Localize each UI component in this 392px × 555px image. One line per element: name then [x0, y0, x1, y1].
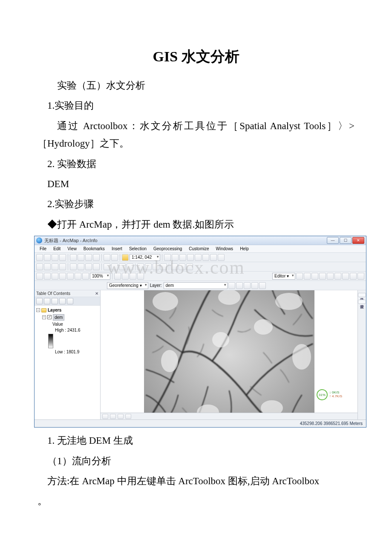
- go-to-xy-icon[interactable]: [160, 263, 167, 270]
- list-by-source-icon[interactable]: [44, 298, 50, 304]
- georef-view-links-icon[interactable]: [259, 282, 266, 289]
- list-by-visibility-icon[interactable]: [52, 298, 58, 304]
- save-icon[interactable]: [52, 254, 58, 261]
- zoom-whole-page-icon[interactable]: [59, 273, 66, 280]
- pan-icon[interactable]: [52, 263, 58, 270]
- select-features-icon[interactable]: [104, 263, 110, 270]
- georef-layer-combo[interactable]: dem: [164, 282, 228, 289]
- dock-catalog[interactable]: 目录: [358, 293, 366, 297]
- paste-icon[interactable]: [85, 254, 92, 261]
- prev-extent-icon[interactable]: [85, 263, 92, 270]
- clear-selection-icon[interactable]: [111, 263, 118, 270]
- measure-icon[interactable]: [137, 263, 144, 270]
- toc-options-icon[interactable]: [67, 298, 73, 304]
- georef-scale-icon[interactable]: [244, 282, 251, 289]
- menu-bookmarks[interactable]: Bookmarks: [81, 246, 107, 251]
- list-by-draw-order-icon[interactable]: [36, 298, 43, 304]
- cut-polygons-icon[interactable]: [319, 273, 326, 280]
- menu-selection[interactable]: Selection: [127, 246, 149, 251]
- identify-icon[interactable]: [127, 263, 133, 270]
- modelbuilder-icon[interactable]: [210, 254, 217, 261]
- layout-zoom-in-icon[interactable]: [36, 273, 43, 280]
- python-icon[interactable]: [202, 254, 209, 261]
- reshape-icon[interactable]: [311, 273, 318, 280]
- pause-drawing-icon[interactable]: [125, 414, 131, 419]
- list-by-selection-icon[interactable]: [59, 298, 66, 304]
- georef-add-points-icon[interactable]: [251, 282, 258, 289]
- arctoolbox-icon[interactable]: [195, 254, 202, 261]
- open-icon[interactable]: [44, 254, 51, 261]
- fixed-zoom-out-icon[interactable]: [78, 263, 84, 270]
- copy-icon[interactable]: [78, 254, 84, 261]
- catalog-icon[interactable]: [179, 254, 186, 261]
- layer-dem[interactable]: dem: [53, 314, 64, 321]
- menu-file[interactable]: File: [37, 246, 49, 251]
- dem-checkbox[interactable]: ✓: [47, 315, 52, 319]
- find-icon[interactable]: [145, 263, 152, 270]
- collapse-dem-icon[interactable]: −: [42, 315, 46, 319]
- editor-dropdown[interactable]: Editor ▾: [272, 273, 295, 280]
- change-layout-icon[interactable]: [130, 273, 136, 280]
- split-icon[interactable]: [327, 273, 334, 280]
- data-driven-pages-icon[interactable]: [137, 273, 144, 280]
- close-button[interactable]: ✕: [352, 237, 364, 244]
- toc-icon[interactable]: [172, 254, 179, 261]
- edit-vertices-icon[interactable]: [304, 273, 311, 280]
- map-view[interactable]: 31% ↓ 0K/S ↑ 4.7K/S: [101, 290, 357, 419]
- menu-geoprocessing[interactable]: Geoprocessing: [151, 246, 184, 251]
- toc-close-icon[interactable]: ✕: [95, 291, 98, 296]
- georef-shift-icon[interactable]: [236, 282, 243, 289]
- layout-zoom-combo[interactable]: 100%: [90, 273, 110, 280]
- help-what-icon[interactable]: [218, 254, 225, 261]
- time-slider-icon[interactable]: [171, 263, 178, 270]
- add-data-icon[interactable]: [122, 254, 129, 261]
- editor-toolbar-icon[interactable]: [164, 254, 171, 261]
- dock-search[interactable]: 搜索: [358, 300, 366, 304]
- cut-icon[interactable]: [70, 254, 77, 261]
- scale-combo[interactable]: 1:142, 042: [130, 254, 160, 261]
- toggle-draft-icon[interactable]: [114, 273, 121, 280]
- find-route-icon[interactable]: [153, 263, 159, 270]
- print-icon[interactable]: [59, 254, 66, 261]
- search-icon[interactable]: [187, 254, 194, 261]
- delete-icon[interactable]: [93, 254, 100, 261]
- menu-help[interactable]: Help: [237, 246, 251, 251]
- select-elements-icon[interactable]: [119, 263, 126, 270]
- menu-insert[interactable]: Insert: [109, 246, 125, 251]
- rotate-icon[interactable]: [334, 273, 341, 280]
- minimize-button[interactable]: —: [327, 237, 339, 244]
- menu-view[interactable]: View: [65, 246, 79, 251]
- layout-next-icon[interactable]: [82, 273, 89, 280]
- collapse-layers-icon[interactable]: −: [36, 308, 40, 312]
- create-features-icon[interactable]: [357, 273, 364, 280]
- data-view-icon[interactable]: [102, 414, 108, 419]
- html-popup-icon[interactable]: [179, 263, 185, 270]
- zoom-100-icon[interactable]: [67, 273, 74, 280]
- focus-data-frame-icon[interactable]: [122, 273, 129, 280]
- refresh-view-icon[interactable]: [118, 414, 124, 419]
- redo-icon[interactable]: [111, 254, 118, 261]
- full-extent-icon[interactable]: [59, 263, 66, 270]
- fixed-zoom-in-icon[interactable]: [70, 263, 77, 270]
- layout-zoom-out-icon[interactable]: [44, 273, 51, 280]
- sketch-props-icon[interactable]: [350, 273, 357, 280]
- attributes-icon[interactable]: [342, 273, 349, 280]
- undo-icon[interactable]: [104, 254, 110, 261]
- georeferencing-dropdown[interactable]: Georeferencing ▾: [107, 282, 148, 289]
- menu-customize[interactable]: Customize: [186, 246, 211, 251]
- layout-view-icon[interactable]: [110, 414, 116, 419]
- menu-windows[interactable]: Windows: [213, 246, 236, 251]
- p6: 2.实验步骤: [37, 195, 355, 213]
- zoom-in-icon[interactable]: [36, 263, 43, 270]
- zoom-out-icon[interactable]: [44, 263, 51, 270]
- create-viewer-icon[interactable]: [186, 263, 193, 270]
- maximize-button[interactable]: ☐: [340, 237, 352, 244]
- edit-tool-icon[interactable]: [296, 273, 303, 280]
- georef-rotate-icon[interactable]: [228, 282, 235, 289]
- new-doc-icon[interactable]: [36, 254, 43, 261]
- layers-group-label[interactable]: Layers: [48, 307, 61, 313]
- layout-prev-icon[interactable]: [75, 273, 81, 280]
- layout-pan-icon[interactable]: [52, 273, 58, 280]
- menu-edit[interactable]: Edit: [51, 246, 63, 251]
- next-extent-icon[interactable]: [93, 263, 100, 270]
